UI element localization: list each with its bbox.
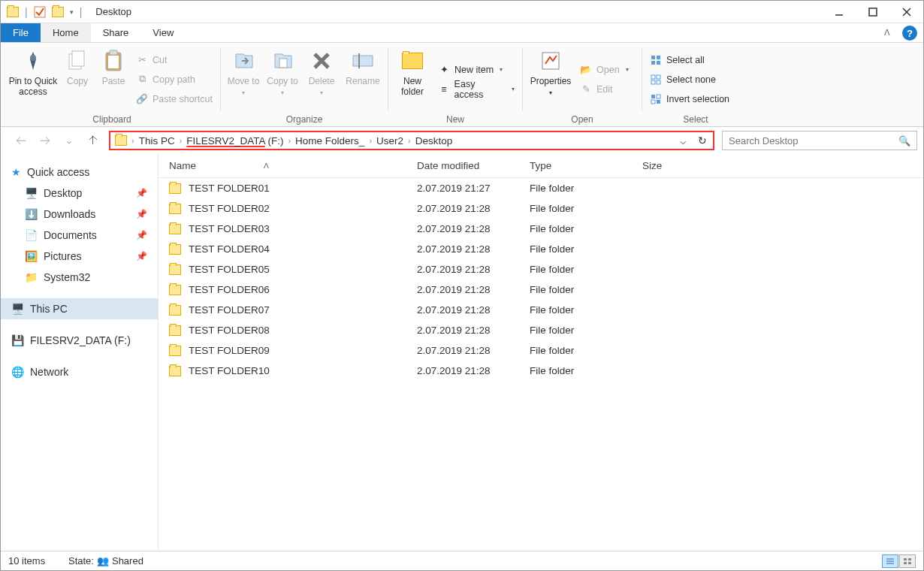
svg-rect-29 bbox=[657, 100, 660, 104]
select-none-icon bbox=[650, 74, 662, 86]
properties-button[interactable]: Properties▾ bbox=[527, 46, 574, 113]
new-item-button[interactable]: ✦New item▾ bbox=[435, 61, 518, 79]
easy-access-icon: ≡ bbox=[438, 83, 450, 95]
sidebar-drive[interactable]: 💾 FILESRV2_DATA (F:) bbox=[1, 330, 158, 351]
edit-button[interactable]: ✎Edit bbox=[577, 80, 637, 98]
minimize-button[interactable] bbox=[822, 1, 856, 23]
table-row[interactable]: TEST FOLDER042.07.2019 21:28File folder bbox=[159, 239, 923, 259]
state-value: Shared bbox=[112, 555, 143, 566]
titlebar: | ▾ | Desktop bbox=[1, 1, 923, 23]
copy-button[interactable]: Copy bbox=[61, 46, 94, 113]
thumbnails-view-button[interactable] bbox=[899, 554, 916, 568]
new-folder-button[interactable]: New folder bbox=[393, 46, 432, 113]
copy-path-button[interactable]: ⧉Copy path bbox=[133, 71, 216, 89]
sidebar-quick-access[interactable]: ★ Quick access bbox=[1, 162, 158, 183]
ribbon-tabs: File Home Share View ᐱ ? bbox=[1, 23, 923, 43]
folder-icon bbox=[169, 285, 181, 295]
sidebar-item-desktop[interactable]: 🖥️Desktop📌 bbox=[1, 183, 158, 204]
table-row[interactable]: TEST FOLDER082.07.2019 21:28File folder bbox=[159, 320, 923, 340]
cut-button[interactable]: ✂Cut bbox=[133, 51, 216, 69]
delete-button[interactable]: Delete▾ bbox=[303, 46, 340, 113]
paste-shortcut-button[interactable]: 🔗Paste shortcut bbox=[133, 90, 216, 108]
breadcrumb-item[interactable]: Home Folders_ bbox=[292, 135, 367, 147]
col-name[interactable]: Name bbox=[169, 160, 196, 171]
tab-share[interactable]: Share bbox=[91, 23, 141, 42]
history-dropdown[interactable]: ⌵ bbox=[61, 132, 77, 149]
folder-icon: ⬇️ bbox=[25, 208, 38, 220]
search-icon: 🔍 bbox=[898, 135, 910, 147]
svg-rect-20 bbox=[651, 61, 655, 65]
table-row[interactable]: TEST FOLDER062.07.2019 21:28File folder bbox=[159, 279, 923, 300]
help-icon[interactable]: ? bbox=[902, 26, 917, 41]
copy-to-button[interactable]: Copy to ▾ bbox=[264, 46, 300, 113]
breadcrumb-item[interactable]: FILESRV2_DATA (F:) bbox=[183, 135, 286, 147]
up-button[interactable]: 🡡 bbox=[85, 132, 101, 149]
column-headers[interactable]: Nameᐱ Date modified Type Size bbox=[159, 154, 923, 178]
shared-icon: 👥 bbox=[97, 555, 109, 566]
svg-rect-23 bbox=[657, 75, 660, 79]
breadcrumb-item[interactable]: This PC bbox=[136, 135, 178, 147]
sidebar-item-pictures[interactable]: 🖼️Pictures📌 bbox=[1, 246, 158, 267]
tab-home[interactable]: Home bbox=[41, 23, 91, 42]
breadcrumb-item[interactable]: Desktop bbox=[412, 135, 456, 147]
statusbar: 10 items State: 👥 Shared bbox=[1, 551, 923, 570]
qat-dropdown[interactable]: ▾ bbox=[70, 8, 74, 16]
sidebar-item-downloads[interactable]: ⬇️Downloads📌 bbox=[1, 204, 158, 225]
col-type[interactable]: Type bbox=[530, 160, 642, 171]
invert-selection-button[interactable]: Invert selection bbox=[647, 90, 744, 108]
search-input[interactable]: Search Desktop 🔍 bbox=[722, 131, 917, 150]
svg-rect-17 bbox=[542, 53, 559, 69]
sidebar-this-pc[interactable]: 🖥️ This PC bbox=[1, 298, 158, 319]
move-to-button[interactable]: Move to ▾ bbox=[225, 46, 261, 113]
easy-access-button[interactable]: ≡Easy access▾ bbox=[435, 80, 518, 98]
select-all-button[interactable]: Select all bbox=[647, 51, 744, 69]
table-row[interactable]: TEST FOLDER072.07.2019 21:28File folder bbox=[159, 300, 923, 320]
tab-view[interactable]: View bbox=[140, 23, 186, 42]
table-row[interactable]: TEST FOLDER102.07.2019 21:28File folder bbox=[159, 361, 923, 381]
table-row[interactable]: TEST FOLDER012.07.2019 21:27File folder bbox=[159, 178, 923, 198]
col-size[interactable]: Size bbox=[642, 160, 717, 171]
svg-rect-19 bbox=[657, 56, 660, 59]
sidebar-item-system32[interactable]: 📁System32 bbox=[1, 267, 158, 288]
forward-button[interactable]: 🡢 bbox=[37, 132, 53, 149]
pin-to-quick-access-button[interactable]: Pin to Quick access bbox=[8, 46, 58, 113]
open-icon: 📂 bbox=[580, 64, 592, 76]
folder-icon bbox=[169, 264, 181, 275]
table-row[interactable]: TEST FOLDER032.07.2019 21:28File folder bbox=[159, 219, 923, 239]
sort-indicator: ᐱ bbox=[264, 162, 269, 170]
item-count: 10 items bbox=[8, 555, 68, 566]
state-label: State: bbox=[68, 555, 94, 566]
group-label: Select bbox=[647, 113, 744, 126]
checkbox-icon[interactable] bbox=[34, 6, 46, 18]
svg-rect-11 bbox=[108, 56, 119, 68]
sidebar-network[interactable]: 🌐 Network bbox=[1, 361, 158, 382]
breadcrumb[interactable]: › This PC › FILESRV2_DATA (F:) › Home Fo… bbox=[109, 131, 714, 150]
qat-divider: | bbox=[25, 6, 28, 18]
col-date[interactable]: Date modified bbox=[417, 160, 530, 171]
paste-button[interactable]: Paste bbox=[97, 46, 130, 113]
back-button[interactable]: 🡠 bbox=[13, 132, 29, 149]
rename-button[interactable]: Rename bbox=[343, 46, 383, 113]
table-row[interactable]: TEST FOLDER052.07.2019 21:28File folder bbox=[159, 259, 923, 279]
pin-icon: 📌 bbox=[136, 230, 147, 240]
breadcrumb-dropdown[interactable]: ⌵ bbox=[680, 134, 686, 147]
open-button[interactable]: 📂Open▾ bbox=[577, 61, 637, 79]
new-item-icon: ✦ bbox=[438, 64, 450, 76]
main-area: ★ Quick access 🖥️Desktop📌⬇️Downloads📌📄Do… bbox=[1, 154, 923, 566]
folder-icon bbox=[52, 7, 64, 17]
folder-icon: 🖼️ bbox=[25, 250, 38, 262]
details-view-button[interactable] bbox=[882, 554, 898, 568]
ribbon-collapse-button[interactable]: ᐱ bbox=[878, 23, 896, 42]
sidebar-item-documents[interactable]: 📄Documents📌 bbox=[1, 225, 158, 246]
table-row[interactable]: TEST FOLDER092.07.2019 21:28File folder bbox=[159, 340, 923, 361]
maximize-button[interactable] bbox=[856, 1, 889, 23]
breadcrumb-item[interactable]: User2 bbox=[373, 135, 406, 147]
tab-file[interactable]: File bbox=[1, 23, 41, 42]
group-label: Organize bbox=[225, 113, 383, 126]
close-button[interactable] bbox=[889, 1, 923, 23]
select-none-button[interactable]: Select none bbox=[647, 71, 744, 89]
svg-rect-8 bbox=[72, 51, 84, 66]
table-row[interactable]: TEST FOLDER022.07.2019 21:28File folder bbox=[159, 198, 923, 219]
group-label: New bbox=[393, 113, 518, 126]
refresh-icon[interactable]: ↻ bbox=[698, 134, 707, 147]
